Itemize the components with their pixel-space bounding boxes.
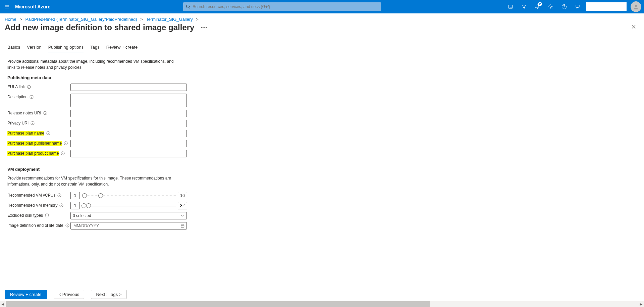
vcpus-max-input[interactable] <box>178 192 187 199</box>
scroll-track[interactable] <box>6 301 638 307</box>
release-notes-input[interactable] <box>70 110 187 117</box>
help-button[interactable] <box>557 0 571 13</box>
vcpus-label: Recommended VM vCPUs <box>7 193 55 198</box>
vcpus-slider-thumb-max[interactable] <box>98 193 103 198</box>
field-description: Description <box>7 94 529 107</box>
excluded-disk-label: Excluded disk types <box>7 213 43 218</box>
memory-slider-thumb-max[interactable] <box>86 203 91 208</box>
previous-button[interactable]: < Previous <box>54 290 85 299</box>
memory-slider-thumb-min[interactable] <box>82 203 86 208</box>
filter-icon <box>521 4 527 9</box>
global-search[interactable] <box>183 2 381 11</box>
section-publishing-meta: Publishing meta data <box>7 75 529 80</box>
info-icon[interactable] <box>43 111 47 115</box>
chevron-right-icon: > <box>140 17 143 22</box>
field-eol-date: Image definition end of life date <box>7 222 529 229</box>
hamburger-menu[interactable] <box>0 0 13 13</box>
gear-icon <box>548 4 553 9</box>
eol-date-input[interactable] <box>73 223 180 228</box>
review-create-button[interactable]: Review + create <box>5 290 47 299</box>
search-icon <box>186 4 191 9</box>
brand-label[interactable]: Microsoft Azure <box>15 4 50 9</box>
account-input[interactable] <box>586 2 627 11</box>
more-actions-button[interactable]: ••• <box>201 25 208 30</box>
eula-input[interactable] <box>70 84 187 91</box>
svg-rect-16 <box>181 224 184 227</box>
tab-version[interactable]: Version <box>27 43 41 52</box>
plan-publisher-label: Purchase plan publisher name <box>7 141 62 146</box>
info-icon[interactable] <box>64 141 68 145</box>
tab-basics[interactable]: Basics <box>7 43 20 52</box>
excluded-disk-value: 0 selected <box>73 213 91 218</box>
notifications-button[interactable]: 2 <box>531 0 544 13</box>
memory-slider[interactable] <box>82 202 176 209</box>
info-icon[interactable] <box>61 151 65 155</box>
horizontal-scrollbar[interactable]: ◄ ► <box>0 301 644 307</box>
tab-review-create[interactable]: Review + create <box>106 43 138 52</box>
close-icon <box>631 24 636 29</box>
close-blade-button[interactable] <box>628 22 639 33</box>
plan-product-input[interactable] <box>70 150 187 157</box>
vcpus-slider-thumb-min[interactable] <box>82 193 87 198</box>
publishing-intro-text: Provide additional metadata about the im… <box>7 58 182 70</box>
info-icon[interactable] <box>45 213 49 217</box>
feedback-icon <box>575 4 580 9</box>
breadcrumb-paidpredefined[interactable]: PaidPredefined (Terminator_SIG_Gallery/P… <box>25 17 137 22</box>
description-input[interactable] <box>70 94 187 107</box>
info-icon[interactable] <box>27 85 31 89</box>
release-notes-label: Release notes URI <box>7 111 41 115</box>
top-right-icons: 2 <box>504 0 644 13</box>
info-icon[interactable] <box>59 203 63 207</box>
field-plan-product: Purchase plan product name <box>7 150 529 157</box>
notification-count: 2 <box>538 2 542 6</box>
scroll-right-arrow[interactable]: ► <box>638 301 644 307</box>
field-eula: EULA link <box>7 84 529 91</box>
privacy-uri-input[interactable] <box>70 120 187 127</box>
field-plan-name: Purchase plan name <box>7 130 529 137</box>
memory-label: Recommended VM memory <box>7 203 57 208</box>
page-title: Add new image definition to shared image… <box>5 23 194 32</box>
settings-button[interactable] <box>544 0 557 13</box>
plan-publisher-input[interactable] <box>70 140 187 147</box>
info-icon[interactable] <box>57 193 61 197</box>
info-icon[interactable] <box>65 223 69 227</box>
svg-point-4 <box>635 5 637 7</box>
breadcrumb-gallery[interactable]: Terminator_SIG_Gallery <box>146 17 193 22</box>
memory-slider-control <box>70 202 187 209</box>
scroll-thumb[interactable] <box>6 301 430 307</box>
memory-min-input[interactable] <box>70 202 80 209</box>
feedback-button[interactable] <box>571 0 584 13</box>
cloud-shell-icon <box>508 4 513 9</box>
info-icon[interactable] <box>30 95 34 99</box>
cloud-shell-button[interactable] <box>504 0 517 13</box>
tab-tags[interactable]: Tags <box>90 43 99 52</box>
field-vcpus: Recommended VM vCPUs <box>7 192 529 199</box>
next-button[interactable]: Next : Tags > <box>91 290 126 299</box>
vcpus-slider[interactable] <box>82 192 176 199</box>
global-search-input[interactable] <box>191 4 378 9</box>
scroll-left-arrow[interactable]: ◄ <box>0 301 6 307</box>
field-memory: Recommended VM memory <box>7 202 529 209</box>
vcpus-min-input[interactable] <box>70 192 80 199</box>
tab-publishing-options[interactable]: Publishing options <box>48 43 84 52</box>
eol-date-input-wrap[interactable] <box>70 222 187 229</box>
hamburger-icon <box>4 4 9 9</box>
eula-label: EULA link <box>7 85 25 89</box>
form-body: Provide additional metadata about the im… <box>0 52 537 262</box>
directory-filter-button[interactable] <box>517 0 531 13</box>
chevron-down-icon <box>180 214 184 218</box>
wizard-tabs: Basics Version Publishing options Tags R… <box>0 35 644 52</box>
plan-name-input[interactable] <box>70 130 187 137</box>
memory-max-input[interactable] <box>178 202 187 209</box>
svg-point-2 <box>550 6 552 8</box>
info-icon[interactable] <box>46 131 50 135</box>
user-avatar[interactable] <box>631 1 641 12</box>
wizard-footer: Review + create < Previous Next : Tags > <box>0 288 644 301</box>
privacy-uri-label: Privacy URI <box>7 121 29 125</box>
eol-label: Image definition end of life date <box>7 223 63 228</box>
calendar-icon <box>180 224 185 228</box>
help-icon <box>561 4 567 9</box>
info-icon[interactable] <box>31 121 35 125</box>
breadcrumb-home[interactable]: Home <box>5 17 16 22</box>
excluded-disk-dropdown[interactable]: 0 selected <box>70 212 187 219</box>
